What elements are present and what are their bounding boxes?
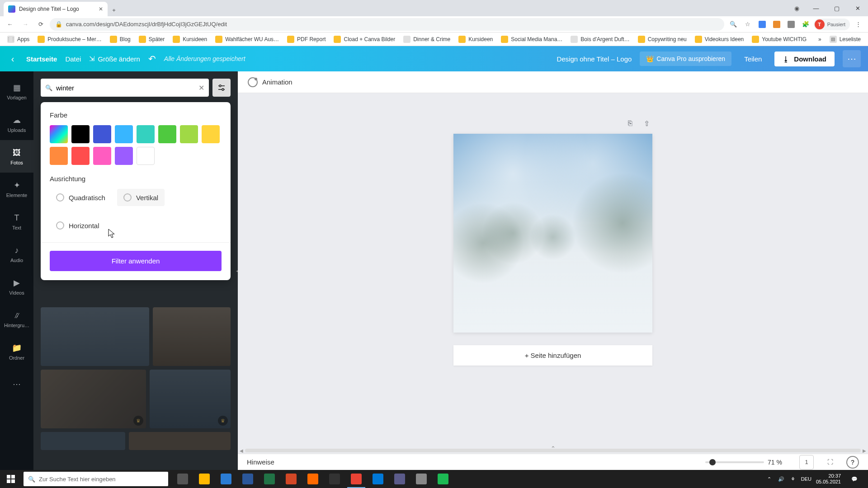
photo-thumb[interactable] [129, 432, 231, 450]
photo-thumb[interactable] [41, 307, 149, 366]
document-title[interactable]: Design ohne Titel – Logo [557, 55, 632, 63]
more-menu-button[interactable]: ⋯ [843, 50, 861, 67]
reading-list-button[interactable]: ▤Leseliste [826, 34, 864, 45]
zoom-percent[interactable]: 71 % [768, 459, 790, 466]
taskbar-app-explorer[interactable] [193, 470, 215, 488]
rail-more[interactable]: ⋯ [0, 368, 33, 400]
photo-thumb[interactable] [153, 307, 231, 366]
duplicate-page-icon[interactable]: ⎘ [624, 117, 636, 129]
color-swatch[interactable] [202, 125, 220, 143]
apply-filter-button[interactable]: Filter anwenden [50, 251, 222, 271]
bookmark-item[interactable]: Blog [106, 34, 134, 45]
wifi-icon[interactable]: ⚘ [789, 475, 797, 483]
url-input[interactable]: 🔒 canva.com/design/DAEdomzscjI/drBfjHdCo… [50, 18, 724, 31]
browser-tab[interactable]: Design ohne Titel – Logo ✕ [4, 2, 108, 16]
rail-item-ordner[interactable]: 📁Ordner [0, 335, 33, 368]
photo-thumb[interactable]: ♛ [41, 370, 146, 428]
minimize-button[interactable]: — [806, 0, 826, 16]
bookmark-item[interactable]: Produktsuche – Mer… [34, 34, 105, 45]
color-swatch[interactable] [71, 125, 90, 143]
taskbar-clock[interactable]: 20:37 05.05.2021 [816, 473, 841, 485]
taskbar-app-notepad[interactable] [410, 470, 432, 488]
search-input[interactable] [56, 84, 195, 92]
color-swatch[interactable] [115, 125, 133, 143]
design-page[interactable] [453, 134, 652, 333]
resize-button[interactable]: ⇲ Größe ändern [89, 55, 140, 63]
color-swatch[interactable] [180, 125, 198, 143]
color-swatch[interactable] [137, 147, 155, 165]
search-box[interactable]: 🔍 ✕ [41, 79, 209, 97]
color-swatch[interactable] [71, 147, 90, 165]
orientation-option[interactable]: Quadratisch [50, 189, 112, 206]
rail-item-uploads[interactable]: ☁Uploads [0, 108, 33, 140]
volume-icon[interactable]: 🔊 [778, 475, 785, 483]
bookmark-item[interactable]: Dinner & Crime [400, 34, 454, 45]
taskbar-app-edge[interactable] [367, 470, 389, 488]
zoom-slider[interactable] [705, 461, 764, 463]
reload-button[interactable]: ⟳ [34, 18, 47, 31]
ext-icon-2[interactable] [770, 18, 783, 31]
extensions-icon[interactable]: 🧩 [799, 18, 812, 31]
bookmark-item[interactable]: Wahlfächer WU Aus… [212, 34, 283, 45]
taskbar-app-mail[interactable] [215, 470, 237, 488]
ext-icon-1[interactable] [756, 18, 769, 31]
close-window-button[interactable]: ✕ [847, 0, 868, 16]
bookmark-item[interactable]: Cload + Canva Bilder [330, 34, 399, 45]
new-tab-button[interactable]: + [108, 4, 120, 16]
bookmark-item[interactable]: Später [135, 34, 168, 45]
rail-item-audio[interactable]: ♪Audio [0, 238, 33, 270]
color-swatch[interactable] [93, 125, 111, 143]
taskbar-app-chrome[interactable] [345, 470, 367, 488]
color-swatch[interactable] [93, 147, 111, 165]
rail-item-fotos[interactable]: 🖼Fotos [0, 140, 33, 173]
ext-icon-3[interactable] [785, 18, 797, 31]
filter-toggle-button[interactable] [212, 79, 231, 97]
help-icon[interactable]: ? [846, 456, 859, 469]
add-page-button[interactable]: + Seite hinzufügen [453, 345, 652, 366]
rail-item-text[interactable]: TText [0, 205, 33, 238]
undo-button[interactable]: ↶ [148, 53, 156, 64]
expand-pages-icon[interactable]: ⌃ [551, 445, 556, 452]
home-button[interactable]: Startseite [26, 55, 57, 63]
close-tab-icon[interactable]: ✕ [99, 6, 103, 12]
rail-item-hintergru…[interactable]: ⫽Hintergru… [0, 303, 33, 335]
download-button[interactable]: ⭳ Download [774, 52, 835, 66]
taskbar-app-app1[interactable] [302, 470, 324, 488]
profile-chip[interactable]: T Pausiert [814, 19, 850, 30]
zoom-icon[interactable]: 🔍 [727, 18, 740, 31]
home-back-icon[interactable]: ‹ [7, 53, 18, 64]
language-indicator[interactable]: DEU [801, 476, 811, 482]
rail-item-elemente[interactable]: ✦Elemente [0, 173, 33, 205]
orientation-option[interactable]: Vertikal [117, 189, 165, 206]
forward-button[interactable]: → [19, 18, 32, 31]
taskbar-app-app2[interactable] [389, 470, 410, 488]
orientation-option[interactable]: Horizontal [50, 217, 106, 234]
rail-item-vorlagen[interactable]: ▦Vorlagen [0, 75, 33, 108]
bookmark-item[interactable]: Copywriting neu [634, 34, 690, 45]
menu-icon[interactable]: ⋮ [852, 18, 864, 31]
notification-center-icon[interactable]: 💬 [845, 476, 863, 482]
taskbar-app-obs[interactable] [324, 470, 345, 488]
apps-button[interactable]: ⋮⋮Apps [4, 34, 33, 45]
bookmark-star-icon[interactable]: ☆ [741, 18, 754, 31]
file-menu[interactable]: Datei [65, 55, 81, 63]
color-swatch[interactable] [50, 147, 68, 165]
page-count-button[interactable]: 1 [799, 455, 814, 469]
color-swatch[interactable] [115, 147, 133, 165]
bookmark-item[interactable]: Kursideen [455, 34, 496, 45]
rail-item-videos[interactable]: ▶Videos [0, 270, 33, 303]
taskbar-app-task-view[interactable] [172, 470, 193, 488]
bookmark-item[interactable]: Kursideen [169, 34, 211, 45]
share-page-icon[interactable]: ⇧ [641, 117, 652, 129]
notes-button[interactable]: Hinweise [247, 458, 274, 466]
photo-thumb[interactable]: ♛ [150, 370, 231, 428]
taskbar-app-excel[interactable] [259, 470, 280, 488]
bookmark-item[interactable]: Youtube WICHTIG [748, 34, 810, 45]
clear-search-icon[interactable]: ✕ [198, 84, 204, 92]
taskbar-app-spotify[interactable] [432, 470, 454, 488]
winter-image[interactable] [453, 134, 652, 333]
back-button[interactable]: ← [4, 18, 16, 31]
share-button[interactable]: Teilen [740, 52, 766, 66]
taskbar-app-word[interactable] [237, 470, 259, 488]
bookmark-item[interactable]: Videokurs Ideen [691, 34, 748, 45]
